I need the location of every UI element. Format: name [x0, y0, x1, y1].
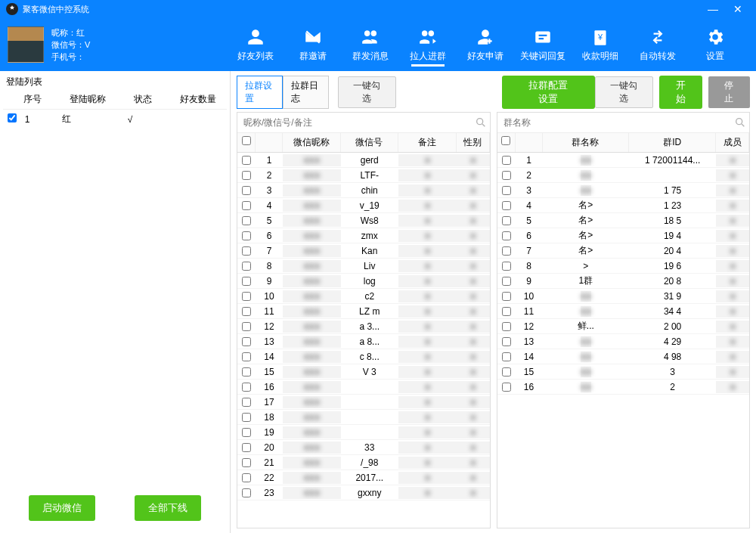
- group-row[interactable]: 15■■3■: [497, 364, 750, 380]
- nav-item-6[interactable]: ¥收款明细: [572, 18, 629, 71]
- friend-row[interactable]: 22■■■2017...■■: [237, 470, 490, 485]
- minimize-button[interactable]: —: [700, 3, 726, 15]
- group-row[interactable]: 8>19 6■: [497, 259, 750, 274]
- friend-row-checkbox[interactable]: [242, 246, 251, 256]
- all-offline-button[interactable]: 全部下线: [135, 495, 201, 521]
- start-button[interactable]: 开始: [659, 76, 702, 109]
- friend-row-checkbox[interactable]: [242, 428, 251, 437]
- tab-group-settings[interactable]: 拉群设置: [237, 76, 283, 109]
- nav-item-0[interactable]: 好友列表: [227, 18, 284, 71]
- friend-row[interactable]: 5■■■Ws8■■: [237, 213, 490, 228]
- friend-row-checkbox[interactable]: [242, 262, 251, 271]
- friend-row-checkbox[interactable]: [242, 307, 251, 316]
- friend-row-checkbox[interactable]: [242, 201, 251, 210]
- group-row-checkbox[interactable]: [502, 292, 511, 301]
- friend-row-checkbox[interactable]: [242, 216, 251, 225]
- close-button[interactable]: ✕: [726, 3, 750, 15]
- group-row-checkbox[interactable]: [502, 383, 511, 392]
- group-row[interactable]: 6名>19 4■: [497, 228, 750, 243]
- nav-item-8[interactable]: 设置: [686, 18, 744, 71]
- start-wechat-button[interactable]: 启动微信: [29, 495, 95, 521]
- group-row-checkbox[interactable]: [502, 156, 511, 165]
- groups-search-input[interactable]: [500, 114, 735, 131]
- group-row-checkbox[interactable]: [502, 231, 511, 240]
- friend-row-checkbox[interactable]: [242, 322, 251, 331]
- friend-row[interactable]: 8■■■Liv■■: [237, 259, 490, 274]
- friend-row-checkbox[interactable]: [242, 413, 251, 422]
- stop-button[interactable]: 停止: [708, 76, 750, 108]
- friend-row[interactable]: 2■■■LTF-■■: [237, 168, 490, 183]
- friend-row[interactable]: 13■■■a 8...■■: [237, 334, 490, 349]
- friend-row-checkbox[interactable]: [242, 443, 251, 452]
- tab-group-log[interactable]: 拉群日志: [283, 76, 329, 109]
- group-row[interactable]: 7名>20 4■: [497, 243, 750, 259]
- group-row[interactable]: 12鲜...2 00■: [497, 319, 750, 334]
- friend-row[interactable]: 14■■■c 8...■■: [237, 349, 490, 364]
- friend-row[interactable]: 6■■■zmx■■: [237, 228, 490, 243]
- group-row-checkbox[interactable]: [502, 186, 511, 195]
- group-row-checkbox[interactable]: [502, 307, 511, 316]
- friend-row[interactable]: 17■■■■■: [237, 395, 490, 410]
- group-row-checkbox[interactable]: [502, 352, 511, 361]
- friend-row-checkbox[interactable]: [242, 473, 251, 482]
- group-row[interactable]: 10■■31 9■: [497, 289, 750, 304]
- nav-item-2[interactable]: 群发消息: [342, 18, 399, 71]
- group-row-checkbox[interactable]: [502, 216, 511, 225]
- friend-row-checkbox[interactable]: [242, 383, 251, 392]
- group-row-checkbox[interactable]: [502, 277, 511, 286]
- friend-row-checkbox[interactable]: [242, 398, 251, 407]
- group-row-checkbox[interactable]: [502, 262, 511, 271]
- group-row-checkbox[interactable]: [502, 171, 511, 180]
- friend-row-checkbox[interactable]: [242, 337, 251, 346]
- friend-row[interactable]: 7■■■Kan■■: [237, 243, 490, 259]
- friend-row[interactable]: 10■■■c2■■: [237, 289, 490, 304]
- friend-row[interactable]: 15■■■V 3■■: [237, 364, 490, 380]
- friend-row[interactable]: 16■■■■■: [237, 380, 490, 395]
- friend-row-checkbox[interactable]: [242, 292, 251, 301]
- friends-select-all-checkbox[interactable]: [242, 136, 251, 145]
- friend-row[interactable]: 20■■■33■■: [237, 440, 490, 455]
- select-all-left-button[interactable]: 一键勾选: [338, 76, 396, 108]
- friend-row[interactable]: 11■■■LZ m■■: [237, 304, 490, 319]
- group-row[interactable]: 14■■4 98■: [497, 349, 750, 364]
- group-row[interactable]: 1■■1 72001144...■: [497, 153, 750, 168]
- group-row[interactable]: 91群20 8■: [497, 274, 750, 289]
- nav-item-4[interactable]: 好友申请: [457, 18, 514, 71]
- groups-select-all-checkbox[interactable]: [501, 136, 510, 145]
- friend-row-checkbox[interactable]: [242, 186, 251, 195]
- nav-item-5[interactable]: 关键词回复: [514, 18, 572, 71]
- group-row-checkbox[interactable]: [502, 246, 511, 256]
- group-row[interactable]: 16■■2■: [497, 380, 750, 395]
- group-row-checkbox[interactable]: [502, 201, 511, 210]
- group-config-button[interactable]: 拉群配置设置: [502, 76, 595, 109]
- group-row[interactable]: 11■■34 4■: [497, 304, 750, 319]
- group-row[interactable]: 5名>18 5■: [497, 213, 750, 228]
- friend-row[interactable]: 23■■■gxxny■■: [237, 485, 490, 500]
- friend-row-checkbox[interactable]: [242, 171, 251, 180]
- friend-row[interactable]: 4■■■v_19■■: [237, 198, 490, 213]
- friend-row[interactable]: 21■■■/_98■■: [237, 455, 490, 470]
- friend-row-checkbox[interactable]: [242, 277, 251, 286]
- group-row[interactable]: 3■■1 75■: [497, 183, 750, 198]
- group-row-checkbox[interactable]: [502, 337, 511, 346]
- login-row-checkbox[interactable]: [8, 113, 17, 122]
- friend-row[interactable]: 9■■■log■■: [237, 274, 490, 289]
- group-row[interactable]: 2■■■: [497, 168, 750, 183]
- friend-row-checkbox[interactable]: [242, 352, 251, 361]
- friend-row[interactable]: 1■■■gerd■■: [237, 153, 490, 168]
- friend-row[interactable]: 19■■■■■: [237, 425, 490, 440]
- group-row-checkbox[interactable]: [502, 322, 511, 331]
- friends-search-input[interactable]: [240, 114, 475, 131]
- group-row[interactable]: 4名>1 23■: [497, 198, 750, 213]
- login-row[interactable]: 1红√: [3, 110, 227, 129]
- friend-row-checkbox[interactable]: [242, 367, 251, 377]
- friend-row-checkbox[interactable]: [242, 156, 251, 165]
- select-all-right-button[interactable]: 一键勾选: [595, 76, 653, 108]
- friend-row-checkbox[interactable]: [242, 488, 251, 497]
- nav-item-7[interactable]: 自动转发: [629, 18, 686, 71]
- friend-row[interactable]: 3■■■chin■■: [237, 183, 490, 198]
- nav-item-1[interactable]: 群邀请: [284, 18, 342, 71]
- friend-row-checkbox[interactable]: [242, 231, 251, 240]
- nav-item-3[interactable]: 拉人进群: [399, 18, 457, 71]
- group-row[interactable]: 13■■4 29■: [497, 334, 750, 349]
